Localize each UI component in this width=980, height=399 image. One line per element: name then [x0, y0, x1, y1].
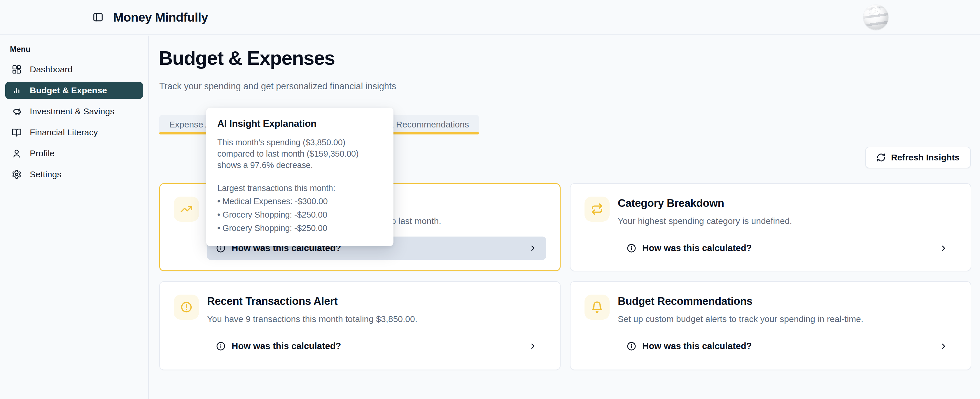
card-icon-box — [584, 197, 609, 222]
card-category-breakdown: Category Breakdown Your highest spending… — [570, 183, 971, 271]
card-description: Your highest spending category is undefi… — [618, 215, 957, 227]
how-calculated-label: How was this calculated? — [642, 341, 752, 351]
ai-insight-body: This month's spending ($3,850.00) compar… — [217, 137, 382, 171]
card-budget-recommendations: Budget Recommendations Set up custom bud… — [570, 281, 971, 370]
page-subtitle: Track your spending and get personalized… — [159, 81, 396, 92]
sidebar-item-label: Profile — [30, 148, 54, 158]
user-icon — [12, 148, 22, 159]
card-content: Category Breakdown Your highest spending… — [618, 197, 957, 271]
trending-up-icon — [180, 203, 192, 215]
card-description: Set up custom budget alerts to track you… — [618, 313, 957, 324]
sidebar-item-label: Budget & Expense — [30, 86, 107, 95]
chevron-right-icon — [528, 244, 537, 253]
card-content: Recent Transactions Alert You have 9 tra… — [207, 294, 546, 370]
how-calculated-label: How was this calculated? — [232, 341, 341, 351]
card-icon-box — [174, 294, 199, 320]
piggy-bank-icon — [12, 106, 22, 117]
sidebar: Menu Dashboard Budget & Expense — [0, 36, 149, 399]
chevron-right-icon — [939, 342, 948, 351]
sidebar-item-settings[interactable]: Settings — [5, 166, 143, 183]
info-icon — [627, 243, 636, 253]
card-title: Category Breakdown — [618, 197, 957, 210]
refresh-insights-button[interactable]: Refresh Insights — [865, 147, 970, 168]
chevron-right-icon — [528, 342, 537, 351]
sidebar-item-label: Investment & Savings — [30, 107, 115, 116]
ai-insight-transaction: • Grocery Shopping: -$250.00 — [217, 223, 382, 234]
card-title: Recent Transactions Alert — [207, 294, 546, 308]
ai-insight-transaction: • Medical Expenses: -$300.00 — [217, 196, 382, 207]
app-title: Money Mindfully — [113, 10, 208, 24]
how-calculated-row[interactable]: How was this calculated? — [618, 335, 957, 358]
ai-insight-transactions-heading: Largest transactions this month: — [217, 183, 382, 194]
how-calculated-row[interactable]: How was this calculated? — [618, 237, 957, 260]
panel-left-icon — [92, 12, 103, 23]
info-icon — [627, 341, 636, 351]
ai-insight-title: AI Insight Explanation — [217, 118, 382, 129]
alert-circle-icon — [180, 301, 192, 313]
gear-icon — [12, 169, 22, 180]
chevron-right-icon — [939, 244, 948, 253]
sidebar-item-investment-savings[interactable]: Investment & Savings — [5, 103, 143, 120]
how-calculated-label: How was this calculated? — [642, 243, 752, 253]
ai-insight-transaction: • Grocery Shopping: -$250.00 — [217, 210, 382, 221]
sidebar-item-financial-literacy[interactable]: Financial Literacy — [5, 124, 143, 141]
page-title: Budget & Expenses — [159, 47, 335, 69]
sidebar-item-label: Settings — [30, 170, 61, 180]
sidebar-item-label: Financial Literacy — [30, 127, 98, 137]
app-header: Money Mindfully — [0, 0, 980, 35]
bar-chart-icon — [12, 85, 22, 96]
book-open-icon — [12, 127, 22, 138]
repeat-icon — [591, 203, 603, 215]
layout-grid-icon — [12, 64, 22, 75]
card-icon-box — [584, 294, 609, 320]
user-avatar[interactable] — [863, 5, 888, 30]
sidebar-item-label: Dashboard — [30, 64, 73, 75]
card-icon-box — [174, 197, 199, 222]
bell-icon — [591, 301, 603, 313]
app-root: Money Mindfully Menu Dashboard — [0, 0, 980, 399]
sidebar-item-budget-expense[interactable]: Budget & Expense — [5, 82, 143, 99]
info-icon — [216, 341, 226, 351]
refresh-insights-label: Refresh Insights — [891, 153, 959, 162]
sidebar-item-dashboard[interactable]: Dashboard — [5, 61, 143, 78]
how-calculated-row[interactable]: How was this calculated? — [207, 335, 546, 358]
sidebar-item-profile[interactable]: Profile — [5, 145, 143, 162]
ai-insight-popover: AI Insight Explanation This month's spen… — [206, 108, 393, 246]
refresh-icon — [877, 153, 886, 162]
sidebar-nav: Dashboard Budget & Expense Investme — [5, 61, 143, 183]
card-title: Budget Recommendations — [618, 294, 957, 308]
card-content: Budget Recommendations Set up custom bud… — [618, 294, 957, 370]
card-recent-transactions-alert: Recent Transactions Alert You have 9 tra… — [159, 281, 561, 370]
sidebar-section-label: Menu — [10, 45, 143, 54]
sidebar-toggle-button[interactable] — [89, 8, 107, 26]
card-description: You have 9 transactions this month total… — [207, 313, 546, 324]
